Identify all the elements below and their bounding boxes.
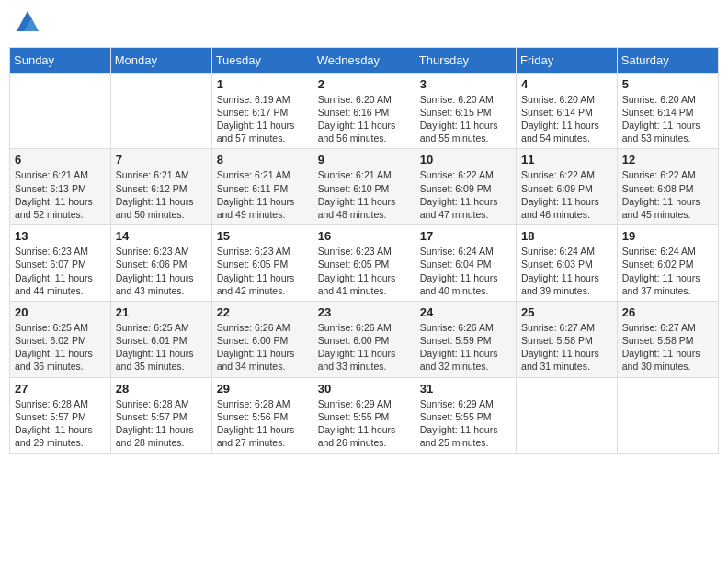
calendar-cell xyxy=(517,377,618,454)
day-number: 29 xyxy=(217,382,308,396)
day-info: Sunrise: 6:25 AM Sunset: 6:02 PM Dayligh… xyxy=(15,321,106,373)
calendar-cell: 2Sunrise: 6:20 AM Sunset: 6:16 PM Daylig… xyxy=(313,73,415,149)
day-number: 14 xyxy=(116,229,207,243)
day-number: 23 xyxy=(318,305,410,319)
calendar-cell: 1Sunrise: 6:19 AM Sunset: 6:17 PM Daylig… xyxy=(211,73,313,149)
day-info: Sunrise: 6:20 AM Sunset: 6:16 PM Dayligh… xyxy=(318,93,410,145)
calendar-cell: 24Sunrise: 6:26 AM Sunset: 5:59 PM Dayli… xyxy=(415,301,516,377)
calendar-cell: 26Sunrise: 6:27 AM Sunset: 5:58 PM Dayli… xyxy=(617,301,718,377)
day-info: Sunrise: 6:21 AM Sunset: 6:12 PM Dayligh… xyxy=(116,168,207,221)
day-info: Sunrise: 6:28 AM Sunset: 5:56 PM Dayligh… xyxy=(217,397,308,450)
day-header-row: SundayMondayTuesdayWednesdayThursdayFrid… xyxy=(10,47,719,73)
day-number: 10 xyxy=(420,153,511,167)
week-row-1: 1Sunrise: 6:19 AM Sunset: 6:17 PM Daylig… xyxy=(10,73,719,149)
day-number: 26 xyxy=(622,305,713,319)
day-info: Sunrise: 6:28 AM Sunset: 5:57 PM Dayligh… xyxy=(116,397,207,450)
day-info: Sunrise: 6:20 AM Sunset: 6:14 PM Dayligh… xyxy=(521,93,612,145)
calendar-cell: 10Sunrise: 6:22 AM Sunset: 6:09 PM Dayli… xyxy=(415,149,516,225)
day-info: Sunrise: 6:26 AM Sunset: 6:00 PM Dayligh… xyxy=(217,321,308,373)
calendar-cell: 31Sunrise: 6:29 AM Sunset: 5:55 PM Dayli… xyxy=(415,377,516,454)
day-info: Sunrise: 6:20 AM Sunset: 6:15 PM Dayligh… xyxy=(420,93,511,145)
day-number: 8 xyxy=(217,153,308,167)
calendar-cell: 4Sunrise: 6:20 AM Sunset: 6:14 PM Daylig… xyxy=(517,73,618,149)
day-number: 18 xyxy=(521,229,612,243)
day-number: 17 xyxy=(420,229,511,243)
calendar-cell: 19Sunrise: 6:24 AM Sunset: 6:02 PM Dayli… xyxy=(617,225,718,302)
day-header-sunday: Sunday xyxy=(10,47,111,73)
week-row-4: 20Sunrise: 6:25 AM Sunset: 6:02 PM Dayli… xyxy=(10,301,719,377)
calendar-cell xyxy=(110,73,211,149)
calendar-cell: 17Sunrise: 6:24 AM Sunset: 6:04 PM Dayli… xyxy=(415,225,516,302)
day-info: Sunrise: 6:22 AM Sunset: 6:09 PM Dayligh… xyxy=(521,168,612,221)
day-number: 1 xyxy=(217,77,308,91)
week-row-2: 6Sunrise: 6:21 AM Sunset: 6:13 PM Daylig… xyxy=(10,149,719,225)
calendar-cell: 9Sunrise: 6:21 AM Sunset: 6:10 PM Daylig… xyxy=(313,149,415,225)
day-number: 19 xyxy=(622,229,713,243)
day-info: Sunrise: 6:29 AM Sunset: 5:55 PM Dayligh… xyxy=(318,397,410,450)
calendar-table: SundayMondayTuesdayWednesdayThursdayFrid… xyxy=(9,47,719,454)
day-number: 12 xyxy=(622,153,713,167)
day-number: 11 xyxy=(521,153,612,167)
day-info: Sunrise: 6:26 AM Sunset: 6:00 PM Dayligh… xyxy=(318,321,410,373)
calendar-cell xyxy=(617,377,718,454)
calendar-cell: 3Sunrise: 6:20 AM Sunset: 6:15 PM Daylig… xyxy=(415,73,516,149)
day-header-saturday: Saturday xyxy=(617,47,718,73)
day-number: 15 xyxy=(217,229,308,243)
day-info: Sunrise: 6:21 AM Sunset: 6:13 PM Dayligh… xyxy=(15,168,106,221)
day-number: 20 xyxy=(15,305,106,319)
day-info: Sunrise: 6:19 AM Sunset: 6:17 PM Dayligh… xyxy=(217,93,308,145)
day-number: 6 xyxy=(15,153,106,167)
calendar-cell: 29Sunrise: 6:28 AM Sunset: 5:56 PM Dayli… xyxy=(211,377,313,454)
day-number: 4 xyxy=(521,77,612,91)
day-number: 2 xyxy=(318,77,410,91)
calendar-cell: 15Sunrise: 6:23 AM Sunset: 6:05 PM Dayli… xyxy=(211,225,313,302)
day-header-monday: Monday xyxy=(110,47,211,73)
day-info: Sunrise: 6:21 AM Sunset: 6:10 PM Dayligh… xyxy=(318,168,410,221)
day-info: Sunrise: 6:23 AM Sunset: 6:06 PM Dayligh… xyxy=(116,245,207,297)
day-info: Sunrise: 6:27 AM Sunset: 5:58 PM Dayligh… xyxy=(521,321,612,373)
calendar-cell: 16Sunrise: 6:23 AM Sunset: 6:05 PM Dayli… xyxy=(313,225,415,302)
day-header-friday: Friday xyxy=(517,47,618,73)
day-number: 22 xyxy=(217,305,308,319)
day-info: Sunrise: 6:24 AM Sunset: 6:03 PM Dayligh… xyxy=(521,245,612,297)
day-info: Sunrise: 6:23 AM Sunset: 6:07 PM Dayligh… xyxy=(15,245,106,297)
day-header-thursday: Thursday xyxy=(415,47,516,73)
day-info: Sunrise: 6:22 AM Sunset: 6:09 PM Dayligh… xyxy=(420,168,511,221)
calendar-cell xyxy=(10,73,111,149)
day-info: Sunrise: 6:22 AM Sunset: 6:08 PM Dayligh… xyxy=(622,168,713,221)
day-header-wednesday: Wednesday xyxy=(313,47,415,73)
calendar-cell: 25Sunrise: 6:27 AM Sunset: 5:58 PM Dayli… xyxy=(517,301,618,377)
day-number: 24 xyxy=(420,305,511,319)
calendar-cell: 8Sunrise: 6:21 AM Sunset: 6:11 PM Daylig… xyxy=(211,149,313,225)
day-number: 21 xyxy=(116,305,207,319)
day-info: Sunrise: 6:23 AM Sunset: 6:05 PM Dayligh… xyxy=(318,245,410,297)
day-info: Sunrise: 6:20 AM Sunset: 6:14 PM Dayligh… xyxy=(622,93,713,145)
week-row-5: 27Sunrise: 6:28 AM Sunset: 5:57 PM Dayli… xyxy=(10,377,719,454)
day-number: 13 xyxy=(15,229,106,243)
calendar-cell: 7Sunrise: 6:21 AM Sunset: 6:12 PM Daylig… xyxy=(110,149,211,225)
day-number: 16 xyxy=(318,229,410,243)
calendar-cell: 28Sunrise: 6:28 AM Sunset: 5:57 PM Dayli… xyxy=(110,377,211,454)
calendar-cell: 12Sunrise: 6:22 AM Sunset: 6:08 PM Dayli… xyxy=(617,149,718,225)
calendar-cell: 21Sunrise: 6:25 AM Sunset: 6:01 PM Dayli… xyxy=(110,301,211,377)
day-number: 7 xyxy=(116,153,207,167)
logo-icon xyxy=(15,9,40,35)
calendar-cell: 30Sunrise: 6:29 AM Sunset: 5:55 PM Dayli… xyxy=(313,377,415,454)
calendar-cell: 27Sunrise: 6:28 AM Sunset: 5:57 PM Dayli… xyxy=(10,377,111,454)
day-number: 3 xyxy=(420,77,511,91)
calendar-body: 1Sunrise: 6:19 AM Sunset: 6:17 PM Daylig… xyxy=(10,73,719,453)
day-info: Sunrise: 6:21 AM Sunset: 6:11 PM Dayligh… xyxy=(217,168,308,221)
day-number: 28 xyxy=(116,382,207,396)
day-number: 25 xyxy=(521,305,612,319)
day-info: Sunrise: 6:29 AM Sunset: 5:55 PM Dayligh… xyxy=(420,397,511,450)
day-info: Sunrise: 6:23 AM Sunset: 6:05 PM Dayligh… xyxy=(217,245,308,297)
day-info: Sunrise: 6:24 AM Sunset: 6:04 PM Dayligh… xyxy=(420,245,511,297)
calendar-cell: 6Sunrise: 6:21 AM Sunset: 6:13 PM Daylig… xyxy=(10,149,111,225)
day-number: 9 xyxy=(318,153,410,167)
calendar-cell: 23Sunrise: 6:26 AM Sunset: 6:00 PM Dayli… xyxy=(313,301,415,377)
logo xyxy=(13,9,40,40)
day-info: Sunrise: 6:27 AM Sunset: 5:58 PM Dayligh… xyxy=(622,321,713,373)
day-info: Sunrise: 6:24 AM Sunset: 6:02 PM Dayligh… xyxy=(622,245,713,297)
day-number: 30 xyxy=(318,382,410,396)
calendar-cell: 5Sunrise: 6:20 AM Sunset: 6:14 PM Daylig… xyxy=(617,73,718,149)
